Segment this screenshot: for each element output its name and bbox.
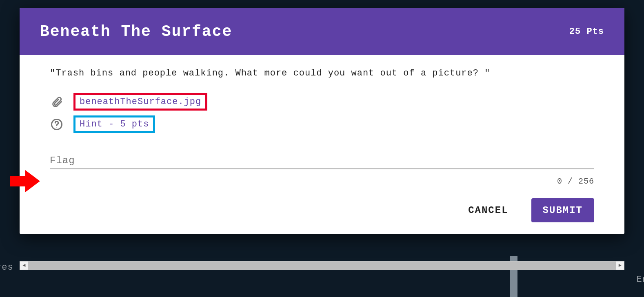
modal-actions: CANCEL SUBMIT: [50, 198, 594, 222]
challenge-points: 25 Pts: [569, 27, 604, 37]
challenge-title: Beneath The Surface: [40, 23, 232, 40]
svg-point-1: [56, 127, 57, 128]
hint-row: Hint - 5 pts: [50, 115, 594, 133]
challenge-modal: Beneath The Surface 25 Pts "Trash bins a…: [20, 8, 624, 234]
modal-header: Beneath The Surface 25 Pts: [20, 8, 624, 55]
background-text-left: res: [0, 262, 13, 273]
scroll-left-icon[interactable]: ◄: [20, 262, 28, 270]
challenge-prompt: "Trash bins and people walking. What mor…: [50, 68, 594, 78]
question-icon: [50, 117, 64, 131]
hint-link[interactable]: Hint - 5 pts: [73, 115, 155, 133]
scroll-right-icon[interactable]: ►: [616, 262, 624, 270]
attachment-row: beneathTheSurface.jpg: [50, 93, 594, 111]
char-counter: 0 / 256: [50, 177, 594, 186]
background-text-right: En: [637, 275, 644, 285]
flag-field-wrap: [50, 153, 594, 169]
paperclip-icon: [50, 95, 64, 109]
attachment-link[interactable]: beneathTheSurface.jpg: [73, 93, 207, 111]
modal-body: "Trash bins and people walking. What mor…: [20, 55, 624, 234]
cancel-button[interactable]: CANCEL: [457, 198, 520, 222]
scroll-track[interactable]: [28, 262, 616, 270]
flag-input[interactable]: [50, 153, 594, 169]
horizontal-scrollbar[interactable]: ◄ ►: [20, 261, 624, 270]
submit-button[interactable]: SUBMIT: [531, 198, 594, 222]
